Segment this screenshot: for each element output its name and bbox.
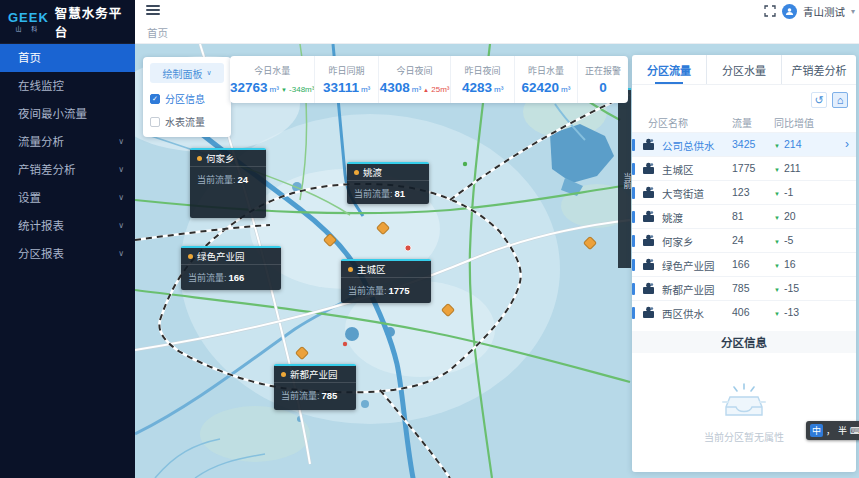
map-tooltip-green-industrial-park[interactable]: 绿色产业园 当前流量:166: [181, 246, 281, 290]
stat-delta: -348m³: [289, 85, 314, 94]
alarm-dot: [405, 245, 411, 251]
zone-flow: 785: [732, 282, 750, 294]
undo-icon[interactable]: ↺: [811, 92, 827, 108]
map-tooltip-clipped[interactable]: 当前: [618, 88, 631, 268]
zone-panel: 分区流量 分区水量 产销差分析 ↺ ⌂ 分区名称 流量 同比增值 公司总供水 3…: [632, 55, 856, 472]
zone-delta: 16: [784, 258, 796, 270]
table-row[interactable]: 主城区 1775 ▼211 ›: [632, 156, 856, 180]
draw-panel-button-label: 绘制面板: [162, 66, 202, 81]
orange-dot-icon: [188, 254, 193, 259]
map-tooltip-hejiaxiang[interactable]: 何家乡 当前流量:24: [190, 148, 266, 218]
table-row[interactable]: 姚渡 81 ▼20 ›: [632, 204, 856, 228]
orange-dot-icon: [197, 156, 202, 161]
chevron-right-icon: ›: [845, 137, 849, 151]
sidebar-item-label: 统计报表: [18, 220, 64, 232]
triangle-up-icon: ▲: [423, 87, 429, 93]
zone-icon: [642, 306, 655, 321]
zone-delta: -15: [784, 282, 799, 294]
map-tooltip-main-city[interactable]: 主城区 当前流量:1775: [341, 259, 431, 303]
stat-unit: m³: [494, 85, 503, 94]
checkbox-checked-icon[interactable]: ✓: [150, 94, 160, 104]
zone-icon: [642, 282, 655, 297]
tooltip-zone-name: 主城区: [357, 262, 386, 276]
zone-panel-toolbar: ↺ ⌂: [632, 88, 856, 112]
fullscreen-icon[interactable]: [764, 5, 776, 17]
chevron-down-icon: ∨: [118, 156, 124, 184]
stat-today-night: 今日夜间 4308 m³ ▲ 25m³: [378, 56, 451, 103]
triangle-down-icon: ▼: [774, 143, 780, 149]
tab-label: 分区流量: [647, 62, 691, 78]
alarm-dot: [343, 342, 347, 346]
zone-name: 西区供水: [662, 306, 730, 321]
triangle-down-icon: ▼: [774, 311, 780, 317]
tooltip-zone-name: 姚渡: [363, 165, 382, 179]
stat-value: 33111: [323, 80, 359, 95]
zone-info-section-title: 分区信息: [632, 331, 856, 353]
zone-flow: 166: [732, 258, 750, 270]
map-tooltip-yaodu[interactable]: 姚渡 当前流量:81: [347, 162, 429, 204]
table-row[interactable]: 新都产业园 785 ▼-15 ›: [632, 276, 856, 300]
map-tooltip-xindu-industrial-park[interactable]: 新都产业园 当前流量:785: [274, 364, 356, 410]
stat-label: 今日夜间: [397, 64, 433, 77]
breadcrumb: 首页: [135, 22, 859, 44]
breadcrumb-item-home[interactable]: 首页: [147, 27, 168, 39]
table-row[interactable]: 大弯街道 123 ▼-1 ›: [632, 180, 856, 204]
draw-panel-button[interactable]: 绘制面板 ∨: [150, 63, 224, 83]
stat-delta: 25m³: [431, 85, 449, 94]
sidebar-collapse-icon[interactable]: [146, 5, 160, 16]
triangle-down-icon: ▼: [774, 167, 780, 173]
table-row[interactable]: 绿色产业园 166 ▼16 ›: [632, 252, 856, 276]
stat-unit: m³: [270, 85, 279, 94]
sidebar: GEEK 山 科 智慧水务平台 首页 在线监控 夜间最小流量 流量分析 ∨ 产销…: [0, 0, 135, 478]
username[interactable]: 青山测试: [803, 4, 845, 19]
tab-zone-flow[interactable]: 分区流量: [632, 55, 706, 84]
sidebar-item-online-monitoring[interactable]: 在线监控: [0, 72, 135, 100]
sidebar-item-home[interactable]: 首页: [0, 44, 135, 72]
stat-yesterday-night: 昨日夜间 4283 m³: [450, 56, 513, 103]
ime-toolbar[interactable]: 中 ， 半 ⌨: [806, 421, 859, 440]
zone-name: 公司总供水: [662, 138, 730, 153]
tooltip-metric-value: 81: [395, 188, 406, 199]
tab-nrw-analysis[interactable]: 产销差分析: [781, 55, 856, 84]
triangle-down-icon: ▼: [774, 191, 780, 197]
zone-delta: -1: [784, 186, 793, 198]
triangle-down-icon: ▼: [774, 239, 780, 245]
tab-zone-volume[interactable]: 分区水量: [706, 55, 781, 84]
sidebar-item-settings[interactable]: 设置 ∨: [0, 184, 135, 212]
stat-label: 昨日同期: [329, 64, 365, 77]
table-row[interactable]: 公司总供水 3425 ▼214 ›: [632, 132, 856, 156]
table-row[interactable]: 西区供水 406 ▼-13 ›: [632, 300, 856, 324]
sidebar-item-night-min-flow[interactable]: 夜间最小流量: [0, 100, 135, 128]
checkbox-unchecked-icon[interactable]: [150, 117, 160, 127]
sidebar-item-flow-analysis[interactable]: 流量分析 ∨: [0, 128, 135, 156]
layer-option-meter-flow[interactable]: 水表流量: [150, 114, 224, 129]
stat-value: 32763: [230, 80, 268, 95]
sidebar-item-nrw-analysis[interactable]: 产销差分析 ∨: [0, 156, 135, 184]
ime-lang-icon[interactable]: 中: [810, 424, 823, 437]
zone-delta: 214: [784, 138, 802, 150]
column-header-flow: 流量: [732, 115, 752, 130]
tooltip-zone-name: 绿色产业园: [197, 249, 245, 263]
sidebar-item-stat-reports[interactable]: 统计报表 ∨: [0, 212, 135, 240]
avatar[interactable]: [782, 4, 797, 19]
keyboard-icon[interactable]: ⌨: [850, 426, 859, 436]
sidebar-item-zone-reports[interactable]: 分区报表 ∨: [0, 240, 135, 268]
empty-inbox-icon: [722, 383, 766, 419]
triangle-down-icon: ▼: [774, 287, 780, 293]
zone-name: 大弯街道: [662, 186, 730, 201]
tab-label: 产销差分析: [792, 62, 847, 78]
zone-flow: 123: [732, 186, 750, 198]
sidebar-item-label: 产销差分析: [18, 164, 76, 176]
tooltip-metric-value: 785: [322, 390, 338, 401]
sidebar-item-label: 在线监控: [18, 80, 64, 92]
table-row[interactable]: 何家乡 24 ▼-5 ›: [632, 228, 856, 252]
layer-option-zone-info[interactable]: ✓ 分区信息: [150, 91, 224, 106]
caret-down-icon[interactable]: ▾: [851, 7, 855, 16]
triangle-down-icon: ▼: [281, 87, 287, 93]
ime-punct-icon[interactable]: ，: [826, 424, 835, 437]
tooltip-metric-label: 当前流量:: [188, 273, 227, 283]
orange-dot-icon: [354, 170, 359, 175]
ime-width-icon[interactable]: 半: [838, 424, 847, 437]
tooltip-metric-label: 当前流量:: [354, 189, 393, 199]
home-icon[interactable]: ⌂: [832, 92, 848, 108]
